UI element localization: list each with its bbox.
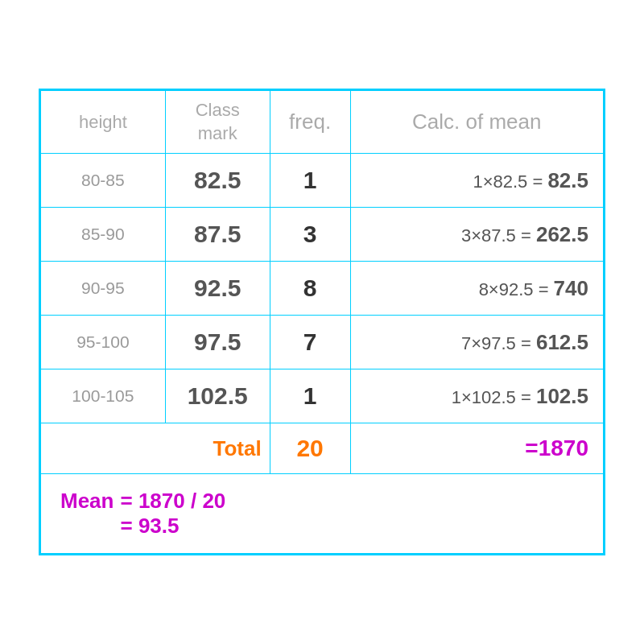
header-freq: freq. — [270, 90, 350, 153]
total-calc: =1870 — [350, 423, 603, 474]
mean-row: Mean = 1870 / 20 = 93.5 — [41, 474, 604, 554]
table-header-row: height Class mark freq. Calc. of mean — [41, 90, 604, 153]
total-row: Total 20 =1870 — [41, 423, 604, 474]
total-freq: 20 — [270, 423, 350, 474]
cell-height-2: 85-90 — [41, 208, 166, 262]
cell-calc-2: 3×87.5 = 262.5 — [350, 208, 603, 262]
cell-calc-4: 7×97.5 = 612.5 — [350, 316, 603, 369]
mean-content: Mean = 1870 / 20 = 93.5 — [52, 489, 592, 539]
header-classmark: Class mark — [165, 90, 270, 153]
cell-calc-3: 8×92.5 = 740 — [350, 262, 603, 316]
cell-freq-2: 3 — [270, 208, 350, 262]
cell-freq-4: 7 — [270, 316, 350, 369]
cell-classmark-5: 102.5 — [165, 369, 270, 423]
total-label: Total — [213, 436, 261, 460]
cell-classmark-4: 97.5 — [165, 316, 270, 369]
table-row: 95-100 97.5 7 7×97.5 = 612.5 — [41, 316, 604, 369]
cell-freq-5: 1 — [270, 369, 350, 423]
cell-calc-1: 1×82.5 = 82.5 — [350, 154, 603, 208]
table-row: 90-95 92.5 8 8×92.5 = 740 — [41, 262, 604, 316]
cell-height-5: 100-105 — [41, 369, 166, 423]
cell-classmark-3: 92.5 — [165, 262, 270, 316]
cell-height-3: 90-95 — [41, 262, 166, 316]
mean-value: = 1870 / 20 = 93.5 — [120, 489, 225, 539]
cell-calc-5: 1×102.5 = 102.5 — [350, 369, 603, 423]
cell-classmark-1: 82.5 — [165, 154, 270, 208]
mean-cell: Mean = 1870 / 20 = 93.5 — [41, 474, 604, 554]
table-row: 85-90 87.5 3 3×87.5 = 262.5 — [41, 208, 604, 262]
statistics-table: height Class mark freq. Calc. of mean 80… — [39, 89, 605, 555]
cell-height-4: 95-100 — [41, 316, 166, 369]
cell-classmark-2: 87.5 — [165, 208, 270, 262]
header-calc: Calc. of mean — [350, 90, 603, 153]
table-row: 100-105 102.5 1 1×102.5 = 102.5 — [41, 369, 604, 423]
mean-label: Mean — [60, 489, 114, 514]
cell-freq-1: 1 — [270, 154, 350, 208]
table-row: 80-85 82.5 1 1×82.5 = 82.5 — [41, 154, 604, 208]
header-height: height — [41, 90, 166, 153]
total-empty-1 — [41, 423, 166, 474]
total-label-cell: Total — [165, 423, 270, 474]
cell-freq-3: 8 — [270, 262, 350, 316]
cell-height-1: 80-85 — [41, 154, 166, 208]
